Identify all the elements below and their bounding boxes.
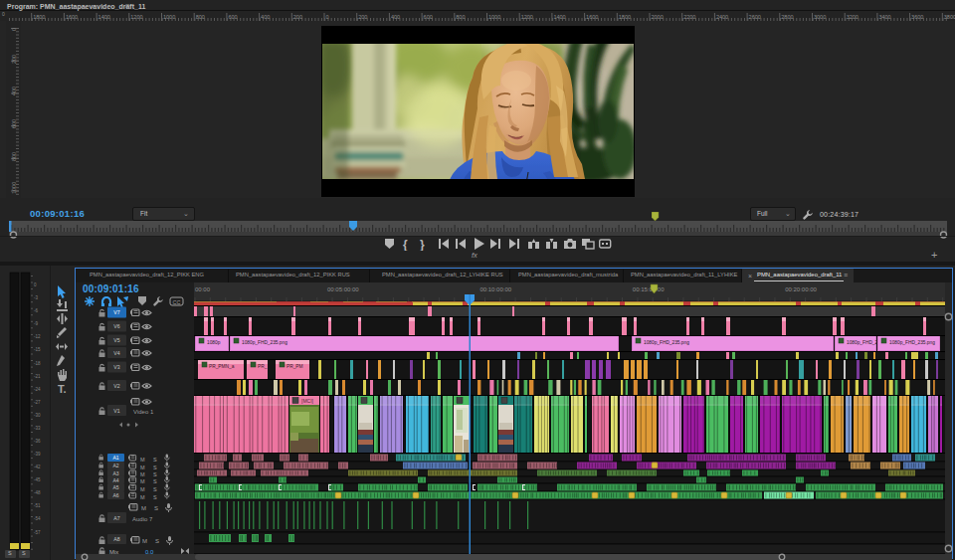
svg-text:1080p_FHD_235.png: 1080p_FHD_235.png bbox=[889, 340, 935, 345]
svg-text:1080p_FHD_2: 1080p_FHD_2 bbox=[847, 340, 878, 345]
svg-text:CC: CC bbox=[173, 299, 181, 305]
svg-text:S: S bbox=[153, 465, 157, 470]
svg-text:M: M bbox=[140, 478, 145, 484]
svg-text:1400: 1400 bbox=[553, 14, 565, 20]
svg-text:Video 1: Video 1 bbox=[133, 409, 154, 415]
svg-text:2200: 2200 bbox=[683, 14, 695, 20]
svg-text:3800: 3800 bbox=[944, 14, 955, 20]
svg-text:1800: 1800 bbox=[33, 14, 45, 20]
svg-text:1080p_FHD_235.png: 1080p_FHD_235.png bbox=[242, 340, 287, 345]
svg-text:Audio 7: Audio 7 bbox=[132, 516, 153, 522]
svg-text:S: S bbox=[154, 505, 158, 511]
svg-text:M: M bbox=[142, 538, 147, 544]
svg-text:3200: 3200 bbox=[847, 14, 859, 20]
svg-text:S: S bbox=[155, 538, 159, 544]
svg-text:A7: A7 bbox=[113, 515, 119, 521]
svg-text:2800: 2800 bbox=[781, 14, 793, 20]
svg-text:800: 800 bbox=[456, 14, 465, 20]
svg-text:1600: 1600 bbox=[586, 14, 598, 20]
svg-text:M: M bbox=[140, 494, 145, 500]
svg-text:3600: 3600 bbox=[911, 14, 923, 20]
svg-text:S: S bbox=[153, 486, 157, 492]
svg-text:3400: 3400 bbox=[878, 14, 890, 20]
svg-text:0: 0 bbox=[326, 14, 329, 20]
svg-text:600: 600 bbox=[424, 14, 433, 20]
svg-text:00:20:00:00: 00:20:00:00 bbox=[785, 286, 817, 292]
svg-text:1000: 1000 bbox=[163, 14, 175, 20]
svg-text:1080p_FHD_235.png: 1080p_FHD_235.png bbox=[644, 340, 689, 345]
svg-text:V3: V3 bbox=[113, 364, 119, 370]
svg-text:V1: V1 bbox=[113, 408, 119, 414]
svg-text:00:00: 00:00 bbox=[195, 286, 211, 292]
svg-text:400: 400 bbox=[11, 87, 17, 95]
svg-text:A3: A3 bbox=[112, 470, 118, 476]
svg-text:200: 200 bbox=[11, 55, 17, 64]
svg-text:V5: V5 bbox=[113, 337, 119, 343]
svg-text:1200: 1200 bbox=[130, 14, 142, 20]
svg-text:1800: 1800 bbox=[619, 14, 631, 20]
svg-text:1080p: 1080p bbox=[207, 340, 221, 345]
svg-text:200: 200 bbox=[358, 14, 367, 20]
svg-text:V4: V4 bbox=[113, 350, 119, 356]
svg-text:A5: A5 bbox=[112, 484, 118, 490]
svg-text:A4: A4 bbox=[112, 477, 118, 483]
svg-text:00:05:00:00: 00:05:00:00 bbox=[327, 286, 359, 292]
svg-text:3000: 3000 bbox=[814, 14, 826, 20]
svg-text:M: M bbox=[141, 505, 146, 511]
svg-text:PR_: PR_ bbox=[258, 364, 268, 369]
svg-text:600: 600 bbox=[228, 14, 237, 20]
svg-text:1400: 1400 bbox=[98, 14, 110, 20]
svg-text:A2: A2 bbox=[112, 463, 118, 468]
svg-text:PR_PMN_a: PR_PMN_a bbox=[209, 364, 235, 369]
svg-text:1000: 1000 bbox=[488, 14, 500, 20]
svg-text:200: 200 bbox=[293, 14, 302, 20]
svg-text:800: 800 bbox=[196, 14, 205, 20]
svg-text:}: } bbox=[420, 238, 425, 251]
svg-text:M: M bbox=[140, 457, 145, 463]
svg-text:400: 400 bbox=[261, 14, 270, 20]
svg-text:V7: V7 bbox=[113, 309, 119, 315]
svg-text:S: S bbox=[153, 494, 157, 500]
svg-text:1200: 1200 bbox=[521, 14, 533, 20]
svg-text:V6: V6 bbox=[113, 323, 119, 329]
svg-text:[MCI]: [MCI] bbox=[301, 398, 314, 404]
svg-text:A6: A6 bbox=[112, 492, 118, 498]
svg-text:2600: 2600 bbox=[749, 14, 761, 20]
svg-text:A1: A1 bbox=[112, 455, 118, 461]
svg-text:S: S bbox=[153, 471, 157, 477]
svg-text:S: S bbox=[153, 478, 157, 484]
svg-text:V2: V2 bbox=[113, 383, 119, 389]
svg-text:0: 0 bbox=[11, 28, 17, 31]
svg-text:M: M bbox=[140, 465, 145, 470]
svg-text:S: S bbox=[153, 457, 157, 463]
svg-text:M: M bbox=[140, 486, 145, 492]
svg-text:00:15:00:00: 00:15:00:00 bbox=[633, 286, 665, 292]
svg-text:1000: 1000 bbox=[11, 182, 17, 194]
svg-text:A8: A8 bbox=[113, 536, 119, 542]
svg-text:M: M bbox=[140, 471, 145, 477]
svg-text:2400: 2400 bbox=[716, 14, 728, 20]
svg-text:1600: 1600 bbox=[66, 14, 78, 20]
svg-text:PR_PM: PR_PM bbox=[286, 364, 303, 369]
svg-text:00:10:00:00: 00:10:00:00 bbox=[479, 286, 511, 292]
svg-text:800: 800 bbox=[11, 152, 17, 161]
svg-text:400: 400 bbox=[391, 14, 400, 20]
svg-text:{: { bbox=[403, 238, 408, 251]
svg-text:600: 600 bbox=[11, 119, 17, 128]
svg-text:2000: 2000 bbox=[652, 14, 664, 20]
